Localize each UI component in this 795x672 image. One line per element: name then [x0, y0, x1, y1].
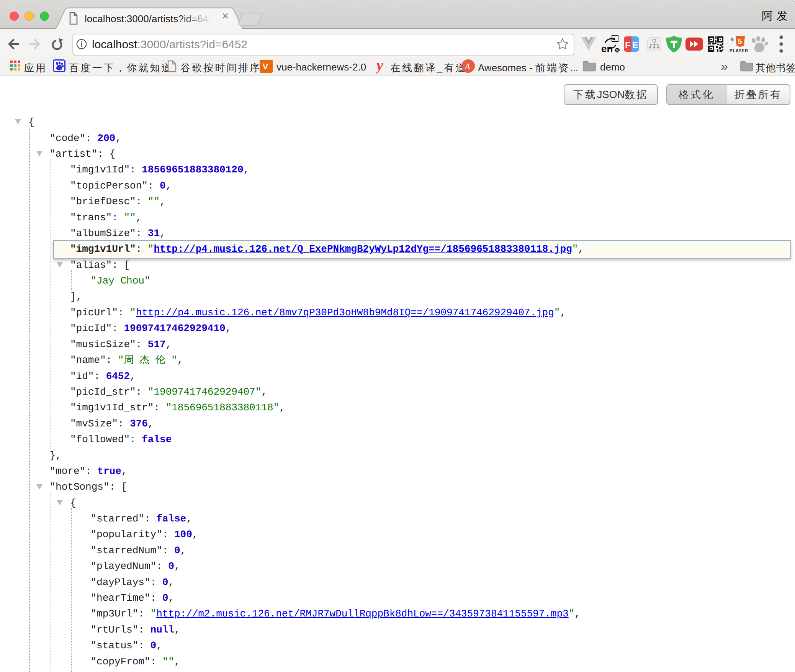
svg-text:F: F [625, 40, 631, 50]
svg-text:A: A [464, 61, 470, 71]
svg-text:E: E [632, 40, 638, 50]
svg-text:5: 5 [738, 37, 742, 46]
svg-text:V: V [263, 62, 268, 71]
svg-text:PLAYER: PLAYER [730, 48, 748, 53]
svg-text:y: y [376, 57, 383, 74]
